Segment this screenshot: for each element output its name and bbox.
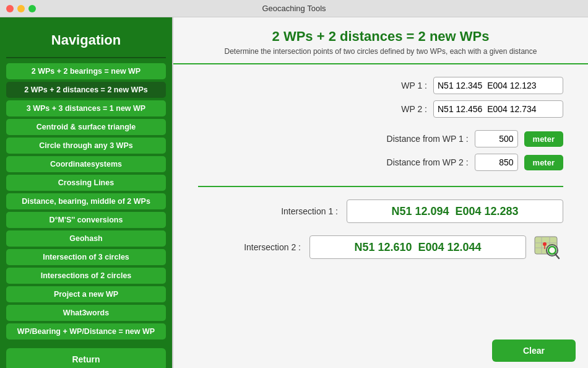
sidebar-item-nav-coordsystems[interactable]: Coordinatesystems xyxy=(6,156,166,172)
return-button[interactable]: Return xyxy=(6,348,166,368)
map-icon-area xyxy=(532,232,563,263)
sidebar-item-nav-wp-bearing-dist[interactable]: WP/Bearing + WP/Distance = new WP xyxy=(6,323,166,340)
sidebar-item-nav-circle3wps[interactable]: Circle through any 3 WPs xyxy=(6,138,166,154)
horizontal-separator xyxy=(198,186,563,187)
map-search-icon xyxy=(532,232,563,263)
intersection2-row: Intersection 2 : xyxy=(198,232,563,263)
wp1-input[interactable] xyxy=(433,77,563,94)
clear-button[interactable]: Clear xyxy=(492,340,576,362)
close-button[interactable] xyxy=(6,5,14,12)
wp1-row: WP 1 : xyxy=(198,77,563,94)
sidebar-item-nav-dms[interactable]: D°M'S'' conversions xyxy=(6,212,166,228)
content-header: 2 WPs + 2 distances = 2 new WPs Determin… xyxy=(173,17,588,64)
content-title: 2 WPs + 2 distances = 2 new WPs xyxy=(186,28,576,45)
intersection1-label: Intersection 1 : xyxy=(270,206,338,216)
sidebar-item-nav-intersection3[interactable]: Intersection of 3 circles xyxy=(6,249,166,265)
sidebar-bottom: Return xyxy=(6,342,166,368)
dist2-row: Distance from WP 2 : meter xyxy=(198,154,563,171)
minimize-button[interactable] xyxy=(17,5,25,12)
dist1-label: Distance from WP 1 : xyxy=(387,134,469,144)
sidebar-item-nav-3wp-3distances[interactable]: 3 WPs + 3 distances = 1 new WP xyxy=(6,100,166,116)
sidebar-item-nav-distance-bearing[interactable]: Distance, bearing, middle of 2 WPs xyxy=(6,193,166,209)
wp2-label: WP 2 : xyxy=(390,104,427,114)
intersection2-input[interactable] xyxy=(309,235,526,259)
sidebar: Navigation 2 WPs + 2 bearings = new WP2 … xyxy=(0,17,172,368)
sidebar-item-nav-what3words[interactable]: What3words xyxy=(6,305,166,321)
content-subtitle: Determine the intersection points of two… xyxy=(186,47,576,56)
wp-section: WP 1 : WP 2 : xyxy=(198,77,563,118)
dist2-label: Distance from WP 2 : xyxy=(387,157,469,167)
sidebar-title: Navigation xyxy=(6,24,166,58)
dist1-unit-button[interactable]: meter xyxy=(524,131,563,147)
maximize-button[interactable] xyxy=(28,5,36,12)
bottom-bar: Clear xyxy=(173,333,588,368)
window-title: Geocaching Tools xyxy=(262,4,326,13)
intersection1-row: Intersection 1 : xyxy=(198,199,563,223)
intersection2-with-icon xyxy=(309,232,563,263)
wp2-input[interactable] xyxy=(433,100,563,118)
intersection1-input[interactable] xyxy=(347,199,563,223)
window-controls[interactable] xyxy=(6,5,36,12)
content-area: 2 WPs + 2 distances = 2 new WPs Determin… xyxy=(173,17,588,368)
sidebar-item-nav-geohash[interactable]: Geohash xyxy=(6,230,166,247)
dist2-input[interactable] xyxy=(475,154,518,171)
sidebar-item-nav-intersections2[interactable]: Intersections of 2 circles xyxy=(6,268,166,284)
nav-items-container: 2 WPs + 2 bearings = new WP2 WPs + 2 dis… xyxy=(6,63,166,342)
intersection-section: Intersection 1 : Intersection 2 : xyxy=(198,199,563,263)
wp2-row: WP 2 : xyxy=(198,100,563,118)
content-body: WP 1 : WP 2 : Distance from WP 1 : meter… xyxy=(173,64,588,333)
sidebar-item-nav-2wp-2distances[interactable]: 2 WPs + 2 distances = 2 new WPs xyxy=(6,82,166,98)
sidebar-item-nav-crossing-lines[interactable]: Crossing Lines xyxy=(6,175,166,191)
svg-point-8 xyxy=(543,242,547,246)
main-container: Navigation 2 WPs + 2 bearings = new WP2 … xyxy=(0,17,588,368)
sidebar-item-nav-centroid[interactable]: Centroid & surface triangle xyxy=(6,119,166,135)
svg-line-7 xyxy=(555,254,559,258)
intersection2-label: Intersection 2 : xyxy=(233,242,301,252)
distance-section: Distance from WP 1 : meter Distance from… xyxy=(198,130,563,171)
dist2-unit-button[interactable]: meter xyxy=(524,155,563,170)
wp1-label: WP 1 : xyxy=(390,81,427,90)
sidebar-item-nav-project[interactable]: Project a new WP xyxy=(6,286,166,302)
dist1-row: Distance from WP 1 : meter xyxy=(198,130,563,147)
dist1-input[interactable] xyxy=(475,130,518,147)
sidebar-item-nav-2wp-2bearings[interactable]: 2 WPs + 2 bearings = new WP xyxy=(6,63,166,79)
title-bar: Geocaching Tools xyxy=(0,0,588,17)
